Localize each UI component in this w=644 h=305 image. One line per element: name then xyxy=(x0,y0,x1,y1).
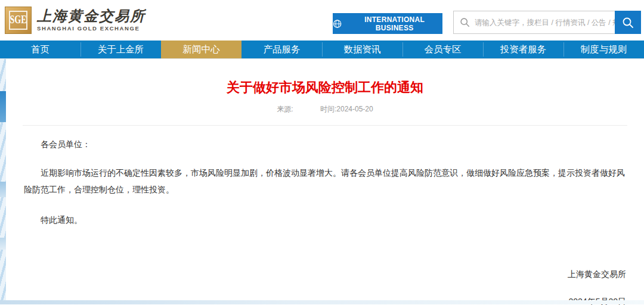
notice-article: 关于做好市场风险控制工作的通知 来源: 时间:2024-05-20 各会员单位：… xyxy=(6,59,644,304)
sge-monogram: SGE xyxy=(10,14,27,27)
search-submit-button[interactable] xyxy=(615,11,641,34)
sge-logo[interactable]: SGE 上海黄金交易所 SHANGHAI GOLD EXCHANGE xyxy=(5,7,145,34)
site-header: SGE 上海黄金交易所 SHANGHAI GOLD EXCHANGE INTER… xyxy=(0,0,644,41)
nav-item-about[interactable]: 关于上金所 xyxy=(80,41,161,58)
international-business-button[interactable]: INTERNATIONAL BUSINESS xyxy=(333,13,442,34)
nav-item-member-zone[interactable]: 会员专区 xyxy=(402,41,483,58)
logo-title-chinese: 上海黄金交易所 xyxy=(37,9,145,23)
nav-item-home[interactable]: 首页 xyxy=(0,41,80,58)
article-salutation: 各会员单位： xyxy=(24,138,626,150)
article-meta: 来源: 时间:2024-05-20 xyxy=(6,104,644,114)
logo-title-english: SHANGHAI GOLD EXCHANGE xyxy=(37,25,145,32)
nav-item-investor-services[interactable]: 投资者服务 xyxy=(483,41,564,58)
article-signature: 上海黄金交易所 xyxy=(24,268,626,280)
page-body: 关于做好市场风险控制工作的通知 来源: 时间:2024-05-20 各会员单位：… xyxy=(0,59,644,304)
sge-logo-inner: SGE xyxy=(9,11,27,30)
search-icon xyxy=(460,17,470,27)
footer-band xyxy=(0,300,644,304)
article-time-label: 时间:2024-05-20 xyxy=(320,105,373,113)
left-decorative-stripe xyxy=(0,59,6,304)
search-submit-icon xyxy=(622,17,634,29)
sge-logo-text: 上海黄金交易所 SHANGHAI GOLD EXCHANGE xyxy=(37,9,145,32)
sge-logo-mark: SGE xyxy=(5,7,32,34)
article-source-label: 来源: xyxy=(277,105,293,113)
search-box xyxy=(453,11,641,34)
article-paragraph: 近期影响市场运行的不确定性因素较多，市场风险明显加剧，价格波动显著增大。请各会员… xyxy=(24,164,626,198)
nav-item-rules-regulations[interactable]: 制度与规则 xyxy=(564,41,644,58)
article-closing: 特此通知。 xyxy=(24,214,626,226)
nav-item-news-center[interactable]: 新闻中心 xyxy=(161,41,242,58)
globe-icon xyxy=(333,19,342,29)
search-input[interactable] xyxy=(475,18,615,27)
international-business-label: INTERNATIONAL BUSINESS xyxy=(346,15,442,32)
main-navigation: 首页 关于上金所 新闻中心 产品服务 数据资讯 会员专区 投资者服务 制度与规则 xyxy=(0,41,644,59)
nav-item-products-services[interactable]: 产品服务 xyxy=(242,41,322,58)
article-title: 关于做好市场风险控制工作的通知 xyxy=(6,79,644,97)
article-body: 各会员单位： 近期影响市场运行的不确定性因素较多，市场风险明显加剧，价格波动显著… xyxy=(6,126,644,305)
nav-item-data-information[interactable]: 数据资讯 xyxy=(322,41,402,58)
